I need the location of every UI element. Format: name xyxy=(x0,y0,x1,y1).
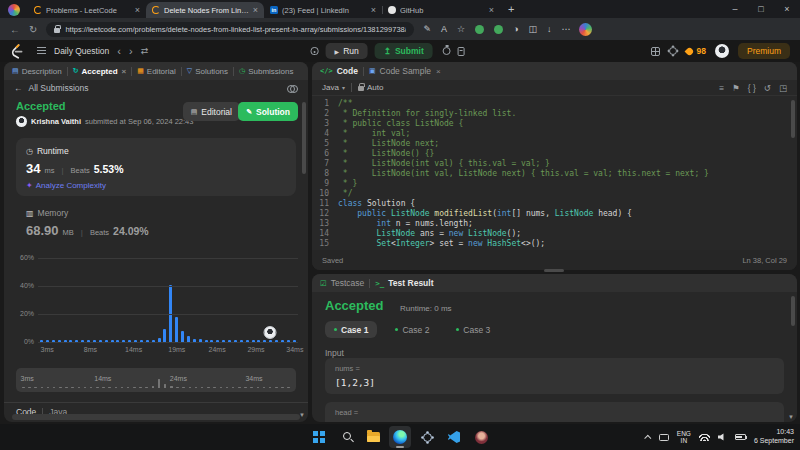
tab-code[interactable]: </> Code xyxy=(320,66,358,76)
testcase-field[interactable]: head =[1,2,3,4,5] xyxy=(325,402,784,422)
code-line[interactable]: 9 * } xyxy=(312,179,797,189)
left-panel-scrollbar[interactable] xyxy=(302,102,306,174)
browser-tab[interactable]: in(23) Feed | LinkedIn× xyxy=(264,2,382,18)
tray-expand-icon[interactable] xyxy=(644,434,651,441)
testcase-scrollbar[interactable] xyxy=(791,296,795,326)
browser-tab[interactable]: GitHub× xyxy=(382,2,500,18)
panel-tab-editorial[interactable]: ▦Editorial xyxy=(137,67,176,76)
tab-testcase[interactable]: ☑ Testcase xyxy=(320,278,364,288)
file-explorer-button[interactable] xyxy=(362,426,384,448)
read-aloud-icon[interactable]: A xyxy=(441,24,447,34)
horizontal-scrollbar[interactable] xyxy=(12,414,300,420)
language-select[interactable]: Java ▾ xyxy=(322,83,345,92)
taskbar-clock[interactable]: 10:43 6 September xyxy=(754,428,794,446)
prev-problem-icon[interactable]: ‹ xyxy=(117,46,121,56)
favorites-star-icon[interactable]: ☆ xyxy=(457,24,465,34)
case-tab[interactable]: Case 1 xyxy=(325,321,377,338)
scroll-down-icon[interactable]: ▼ xyxy=(788,414,794,420)
panel-tab-description[interactable]: ▤Description xyxy=(12,67,62,76)
tab-close-icon[interactable]: × xyxy=(253,5,258,15)
wifi-icon[interactable] xyxy=(699,433,710,441)
streak-count[interactable]: 98 xyxy=(697,46,706,56)
touch-keyboard-icon[interactable] xyxy=(659,434,669,441)
testcase-field[interactable]: nums =[1,2,3] xyxy=(325,358,784,394)
panel-splitter-handle[interactable] xyxy=(544,269,564,272)
downloads-icon[interactable]: ↓ xyxy=(547,24,552,34)
author-name[interactable]: Krishna Vaithi xyxy=(31,117,81,126)
analyze-complexity-link[interactable]: ✦ Analyze Complexity xyxy=(26,181,286,190)
undo-icon[interactable]: ↺ xyxy=(764,83,771,93)
case-tab[interactable]: Case 3 xyxy=(447,321,499,338)
bookmark-icon[interactable]: ⚑ xyxy=(732,83,740,93)
battery-icon[interactable] xyxy=(735,434,746,440)
panel-tab-solutions[interactable]: ▽Solutions xyxy=(187,67,228,76)
brackets-icon[interactable]: { } xyxy=(748,83,756,93)
code-line[interactable]: 6 * ListNode() {} xyxy=(312,149,797,159)
runtime-bar[interactable] xyxy=(163,329,166,342)
language-indicator[interactable]: ENG IN xyxy=(677,430,691,445)
code-line[interactable]: 13 int n = nums.length; xyxy=(312,219,797,229)
code-line[interactable]: 15 Set<Integer> set = new HashSet<>(); xyxy=(312,239,797,249)
problem-list-label[interactable]: Daily Question xyxy=(54,46,109,56)
runtime-card[interactable]: ◷ Runtime 34 ms | Beats 5.53% ✦ Analyze … xyxy=(16,138,296,196)
code-line[interactable]: 12 public ListNode modifiedList(int[] nu… xyxy=(312,209,797,219)
code-line[interactable]: 11class Solution { xyxy=(312,199,797,209)
new-tab-button[interactable]: + xyxy=(508,3,514,15)
browser-tab[interactable]: Delete Nodes From Linked List Pr× xyxy=(146,2,264,18)
editorial-button[interactable]: ▤ Editorial xyxy=(183,102,240,121)
back-icon[interactable]: ← xyxy=(10,24,20,35)
split-screen-icon[interactable]: ◫ xyxy=(528,24,537,34)
profile-app-button[interactable] xyxy=(470,426,492,448)
solution-button[interactable]: ✎ Solution xyxy=(238,102,298,121)
tab-code-sample[interactable]: ▣ Code Sample × xyxy=(369,66,441,76)
panel-tab-accepted[interactable]: ↻Accepted× xyxy=(73,67,127,76)
edit-note-icon[interactable]: ✎ xyxy=(423,24,431,34)
timer-icon[interactable] xyxy=(443,47,451,55)
user-avatar[interactable] xyxy=(715,44,729,58)
code-line[interactable]: 8 * ListNode(int val, ListNode next) { t… xyxy=(312,169,797,179)
fullscreen-icon[interactable]: ◳ xyxy=(779,83,787,93)
code-line[interactable]: 4 * int val; xyxy=(312,129,797,139)
random-problem-icon[interactable]: ⇄ xyxy=(141,46,149,56)
code-line[interactable]: 14 ListNode ans = new ListNode(); xyxy=(312,229,797,239)
adblock-icon[interactable] xyxy=(475,25,484,34)
search-button[interactable] xyxy=(335,426,357,448)
url-text[interactable]: https://leetcode.com/problems/delete-nod… xyxy=(65,25,406,34)
url-bar[interactable]: https://leetcode.com/problems/delete-nod… xyxy=(46,22,414,37)
scroll-down-icon[interactable]: ▼ xyxy=(299,412,305,418)
chart-brush[interactable]: 3ms14ms24ms34ms xyxy=(16,368,296,392)
runtime-bar[interactable] xyxy=(175,317,178,342)
field-value[interactable]: [1,2,3,4,5] xyxy=(335,421,774,422)
layout-icon[interactable] xyxy=(651,47,660,56)
field-value[interactable]: [1,2,3] xyxy=(335,377,774,388)
tab-close-icon[interactable]: × xyxy=(135,5,140,15)
browser-tab[interactable]: Problems - LeetCode× xyxy=(28,2,146,18)
leetcode-logo[interactable] xyxy=(10,44,23,59)
settings-gear-icon[interactable] xyxy=(669,47,677,55)
code-line[interactable]: 7 * ListNode(int val) { this.val = val; … xyxy=(312,159,797,169)
edge-profile-avatar[interactable] xyxy=(579,23,592,36)
streak-flame-icon[interactable] xyxy=(684,46,694,56)
share-link-icon[interactable] xyxy=(287,85,298,91)
more-icon[interactable]: ⋯ xyxy=(561,24,570,34)
maximize-button[interactable]: □ xyxy=(748,0,774,18)
wallet-icon[interactable] xyxy=(494,25,503,34)
code-line[interactable]: 2 * Definition for singly-linked list. xyxy=(312,109,797,119)
premium-button[interactable]: Premium xyxy=(738,43,790,59)
format-icon[interactable]: ≡ xyxy=(719,83,724,93)
runtime-bar[interactable] xyxy=(181,331,184,342)
next-problem-icon[interactable]: › xyxy=(129,46,133,56)
code-line[interactable]: 5 * ListNode next; xyxy=(312,139,797,149)
code-line[interactable]: 10 */ xyxy=(312,189,797,199)
close-button[interactable]: × xyxy=(774,0,800,18)
code-line[interactable]: 3 * public class ListNode { xyxy=(312,119,797,129)
code-line[interactable]: 1/** xyxy=(312,99,797,109)
browser-profile-avatar[interactable] xyxy=(8,4,20,16)
case-tab[interactable]: Case 2 xyxy=(386,321,438,338)
refresh-icon[interactable]: ↻ xyxy=(29,24,37,35)
tab-close-icon[interactable]: × xyxy=(436,67,441,76)
editor-scrollbar[interactable] xyxy=(791,100,795,138)
notes-icon[interactable] xyxy=(458,47,465,56)
tab-close-icon[interactable]: × xyxy=(122,67,127,76)
memory-card[interactable]: ▥ Memory 68.90 MB | Beats 24.09% xyxy=(26,208,149,238)
